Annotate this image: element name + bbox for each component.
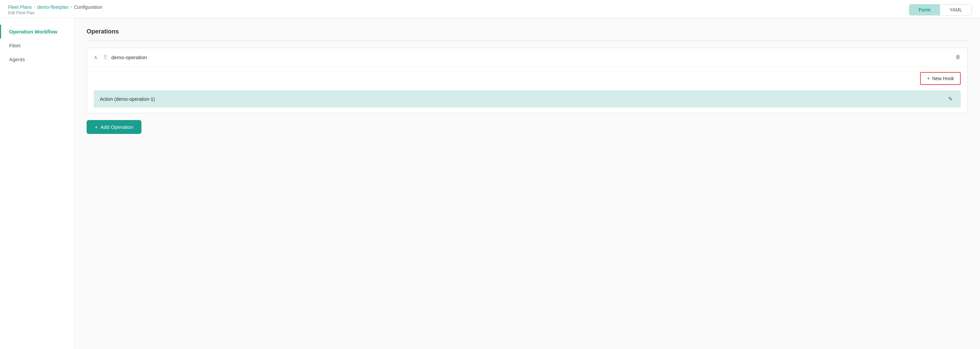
new-hook-label: New Hook xyxy=(932,76,954,81)
new-hook-row: + New Hook xyxy=(94,72,961,85)
add-operation-button[interactable]: + Add Operation xyxy=(87,120,142,134)
plus-icon: + xyxy=(927,75,930,81)
chevron-up-icon[interactable]: ∧ xyxy=(92,54,99,61)
sidebar-item-fleet[interactable]: Fleet xyxy=(0,38,74,52)
operation-header: ∧ ⠿ demo-operation 🗑 xyxy=(87,48,967,66)
add-operation-plus-icon: + xyxy=(95,124,98,130)
header: Fleet Plans › demo-fleetplan › Configura… xyxy=(0,0,980,18)
breadcrumb-configuration: Configuration xyxy=(74,5,102,10)
operation-card: ∧ ⠿ demo-operation 🗑 + New Hook xyxy=(87,48,968,113)
breadcrumb-subtitle: Edit Fleet Plan xyxy=(8,11,102,15)
pencil-icon: ✎ xyxy=(948,96,953,102)
sidebar: Operation Workflow Fleet Agents xyxy=(0,18,75,349)
sidebar-item-operation-workflow[interactable]: Operation Workflow xyxy=(0,25,74,38)
section-title: Operations xyxy=(87,28,968,35)
breadcrumb-fleet-plans[interactable]: Fleet Plans xyxy=(8,5,32,10)
tab-form[interactable]: Form xyxy=(909,5,940,15)
sidebar-item-agents[interactable]: Agents xyxy=(0,52,74,66)
content-area: Operations ∧ ⠿ demo-operation 🗑 xyxy=(75,18,980,349)
trash-icon: 🗑 xyxy=(955,54,961,60)
drag-handle-icon[interactable]: ⠿ xyxy=(103,54,107,60)
operation-name: demo-operation xyxy=(111,54,950,60)
breadcrumb-sep-1: › xyxy=(34,5,35,10)
breadcrumb-demo-fleetplan[interactable]: demo-fleetplan xyxy=(37,5,69,10)
edit-action-button[interactable]: ✎ xyxy=(946,95,955,103)
tab-yaml[interactable]: YAML xyxy=(940,5,972,15)
action-row: Action (demo-operation-1) ✎ xyxy=(94,90,961,108)
delete-operation-button[interactable]: 🗑 xyxy=(954,53,962,62)
breadcrumb: Fleet Plans › demo-fleetplan › Configura… xyxy=(8,5,102,15)
action-label: Action (demo-operation-1) xyxy=(100,97,155,102)
view-toggle: Form YAML xyxy=(909,4,972,16)
breadcrumb-sep-2: › xyxy=(71,5,72,10)
add-operation-label: Add Operation xyxy=(100,124,133,130)
new-hook-button[interactable]: + New Hook xyxy=(920,72,961,85)
main-layout: Operation Workflow Fleet Agents Operatio… xyxy=(0,18,980,349)
operation-body: + New Hook Action (demo-operation-1) ✎ xyxy=(87,66,967,113)
section-divider xyxy=(87,41,968,41)
